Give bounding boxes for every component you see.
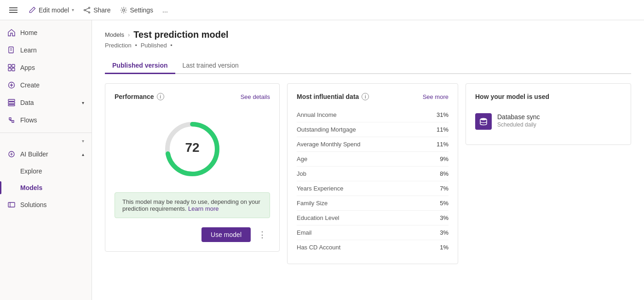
svg-point-1 <box>89 12 90 13</box>
hamburger-button[interactable] <box>7 6 19 15</box>
page-title: Test prediction model <box>133 29 228 40</box>
book-icon <box>7 46 16 54</box>
settings-button[interactable]: Settings <box>120 6 154 14</box>
performance-title: Performance i <box>115 93 164 100</box>
settings-icon <box>120 6 127 14</box>
performance-card: Performance i See details 72 <box>105 83 280 252</box>
svg-rect-10 <box>12 64 15 67</box>
svg-point-5 <box>122 9 125 11</box>
svg-rect-12 <box>12 68 15 71</box>
sidebar-item-solutions[interactable]: Solutions <box>0 196 92 213</box>
usage-info: Database sync Scheduled daily <box>497 113 540 128</box>
collapse-toggle[interactable]: ▾ <box>82 138 84 144</box>
svg-point-24 <box>480 118 487 121</box>
svg-rect-9 <box>8 64 11 67</box>
breadcrumb: Models › Test prediction model <box>105 29 631 40</box>
svg-point-2 <box>84 9 86 11</box>
sidebar-item-models[interactable]: Models <box>0 179 92 196</box>
influential-card-header: Most influential data i See more <box>297 93 448 100</box>
tab-published[interactable]: Published version <box>105 58 175 74</box>
usage-title: How your model is used <box>475 93 549 100</box>
data-chevron: ▾ <box>82 100 84 105</box>
model-usage-card: How your model is used Database sync Sch… <box>466 83 631 145</box>
breadcrumb-parent[interactable]: Models <box>105 31 124 38</box>
sidebar-item-create[interactable]: Create <box>0 76 92 94</box>
sidebar-item-aibuilder[interactable]: AI Builder ▴ <box>0 145 92 163</box>
sidebar-item-home[interactable]: Home <box>0 24 92 41</box>
toolbar: Edit model ▾ Share Settings ... <box>0 0 644 20</box>
svg-line-4 <box>85 10 88 12</box>
influential-title: Most influential data i <box>297 93 369 100</box>
data-row: Family Size 5% <box>297 196 448 211</box>
sidebar-item-explore[interactable]: Explore <box>0 163 92 179</box>
svg-rect-11 <box>8 68 11 71</box>
svg-point-0 <box>89 7 90 8</box>
sidebar-divider <box>0 133 92 133</box>
donut-chart-container: 72 <box>115 108 270 192</box>
donut-chart: 72 <box>160 117 224 181</box>
apps-icon <box>7 63 16 72</box>
sidebar-item-apps[interactable]: Apps <box>0 59 92 76</box>
performance-card-header: Performance i See details <box>115 93 270 100</box>
learn-more-link[interactable]: Learn more <box>188 205 218 212</box>
sidebar-item-flows[interactable]: Flows <box>0 111 92 129</box>
more-button[interactable]: ... <box>162 6 168 14</box>
more-options-button[interactable]: ⋮ <box>254 228 270 242</box>
aibuilder-chevron: ▴ <box>82 152 84 157</box>
cards-row: Performance i See details 72 <box>105 83 631 264</box>
sidebar-item-learn[interactable]: Learn <box>0 41 92 59</box>
database-icon <box>475 113 492 130</box>
db-svg <box>479 117 488 126</box>
data-icon <box>7 98 16 107</box>
usage-item: Database sync Scheduled daily <box>475 108 621 135</box>
home-icon <box>7 29 16 37</box>
tabs: Published version Last trained version <box>105 58 631 74</box>
edit-icon <box>29 6 36 14</box>
data-row: Average Monthly Spend 11% <box>297 137 448 152</box>
data-row: Email 3% <box>297 225 448 240</box>
influential-data-rows: Annual Income 31% Outstanding Mortgage 1… <box>297 108 448 254</box>
svg-rect-18 <box>8 104 15 106</box>
see-details-link[interactable]: See details <box>241 93 270 100</box>
usage-card-header: How your model is used <box>475 93 621 100</box>
influential-info-icon[interactable]: i <box>362 93 369 100</box>
share-icon <box>83 6 91 14</box>
svg-text:72: 72 <box>185 140 199 155</box>
notice-box: This model may be ready to use, dependin… <box>115 192 270 218</box>
solutions-icon <box>7 201 16 209</box>
main-layout: Home Learn Apps Create Data ▾ <box>0 20 644 300</box>
data-row: Education Level 3% <box>297 211 448 225</box>
performance-card-footer: Use model ⋮ <box>115 227 270 242</box>
use-model-button[interactable]: Use model <box>201 227 251 242</box>
ai-icon <box>7 150 16 158</box>
svg-rect-17 <box>8 102 15 104</box>
performance-info-icon[interactable]: i <box>157 93 164 100</box>
tab-last-trained[interactable]: Last trained version <box>175 58 246 74</box>
share-button[interactable]: Share <box>83 6 110 14</box>
influential-data-card: Most influential data i See more Annual … <box>287 83 458 264</box>
svg-rect-16 <box>8 99 15 101</box>
data-row: Has CD Account 1% <box>297 240 448 254</box>
sidebar-item-data[interactable]: Data ▾ <box>0 94 92 111</box>
create-icon <box>7 81 16 89</box>
data-row: Outstanding Mortgage 11% <box>297 122 448 137</box>
page-subtitle: Prediction • Published • <box>105 42 631 49</box>
sidebar: Home Learn Apps Create Data ▾ <box>0 20 92 300</box>
breadcrumb-separator: › <box>128 31 130 38</box>
data-row: Age 9% <box>297 152 448 167</box>
data-row: Annual Income 31% <box>297 108 448 122</box>
svg-line-3 <box>85 8 88 9</box>
edit-model-button[interactable]: Edit model ▾ <box>29 6 74 14</box>
see-more-link[interactable]: See more <box>423 93 448 100</box>
svg-rect-19 <box>8 202 15 207</box>
data-row: Job 8% <box>297 167 448 181</box>
flows-icon <box>7 116 16 124</box>
data-row: Years Experience 7% <box>297 181 448 196</box>
content-area: Models › Test prediction model Predictio… <box>92 20 644 300</box>
